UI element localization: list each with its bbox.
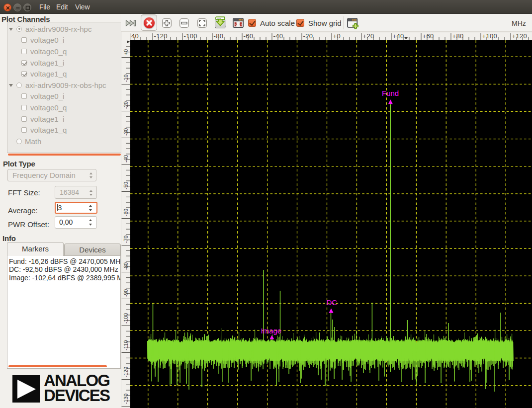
svg-text:-120: -120 bbox=[123, 367, 129, 377]
svg-text:+120: +120 bbox=[512, 32, 527, 40]
svg-text:-100: -100 bbox=[123, 313, 129, 324]
svg-text:-110: -110 bbox=[123, 340, 129, 350]
svg-text:-60: -60 bbox=[123, 209, 129, 216]
svg-text:-30: -30 bbox=[123, 128, 129, 136]
svg-text:-40: -40 bbox=[123, 155, 129, 163]
svg-text:-80: -80 bbox=[214, 32, 224, 40]
svg-text:-80: -80 bbox=[123, 262, 129, 270]
svg-text:-20: -20 bbox=[303, 32, 313, 40]
svg-text:+60: +60 bbox=[423, 32, 434, 40]
svg-text:+20: +20 bbox=[363, 32, 374, 40]
svg-text:+100: +100 bbox=[482, 32, 497, 40]
svg-text:-130: -130 bbox=[123, 394, 129, 404]
svg-text:Fund: Fund bbox=[382, 89, 399, 97]
svg-text:DC: DC bbox=[327, 298, 338, 307]
svg-text:-40: -40 bbox=[273, 32, 283, 40]
svg-text:+40: +40 bbox=[393, 32, 404, 40]
svg-text:+80: +80 bbox=[452, 32, 464, 40]
svg-text:-20: -20 bbox=[123, 101, 129, 109]
svg-text:-60: -60 bbox=[244, 32, 254, 40]
svg-text:40: 40 bbox=[131, 32, 139, 40]
svg-text:-70: -70 bbox=[123, 236, 129, 243]
svg-text:-120: -120 bbox=[154, 32, 168, 40]
svg-text:-10: -10 bbox=[123, 75, 129, 82]
svg-text:-50: -50 bbox=[123, 182, 129, 189]
svg-text:Image: Image bbox=[261, 326, 282, 335]
svg-text:-100: -100 bbox=[184, 32, 197, 40]
svg-text:-90: -90 bbox=[123, 289, 129, 297]
svg-text:+0: +0 bbox=[333, 32, 341, 40]
